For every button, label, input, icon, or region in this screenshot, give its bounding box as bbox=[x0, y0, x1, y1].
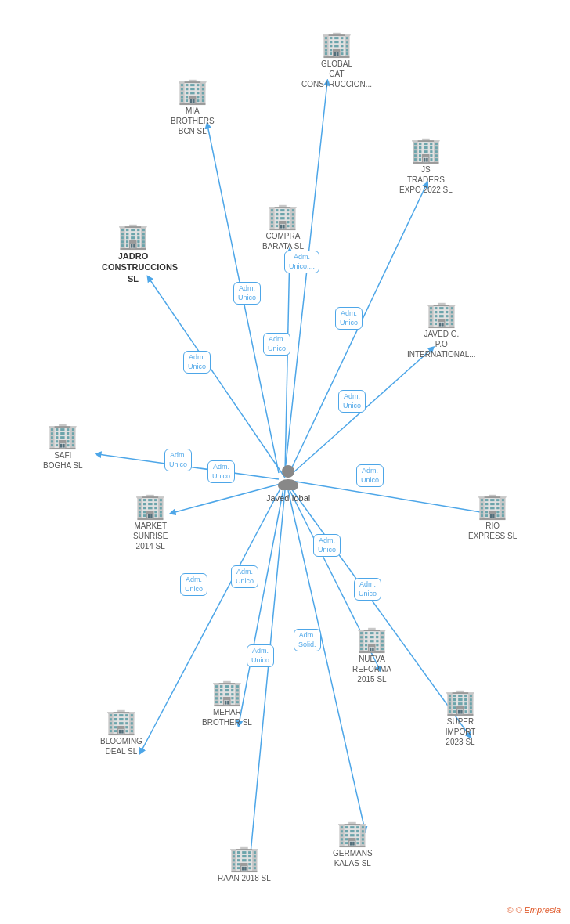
building-icon-mia: 🏢 bbox=[177, 78, 208, 103]
building-icon-global: 🏢 bbox=[321, 31, 352, 56]
badge-12: Adm.Unico bbox=[313, 534, 341, 557]
building-icon-javed: 🏢 bbox=[426, 301, 457, 327]
svg-line-0 bbox=[149, 278, 285, 478]
badge-9: Adm.Unico bbox=[356, 464, 384, 487]
building-icon-compra: 🏢 bbox=[267, 204, 298, 229]
node-jadro[interactable]: 🏢 JADROCONSTRUCCIONSSL bbox=[102, 223, 164, 284]
node-super[interactable]: 🏢 SUPERIMPORT2023 SL bbox=[445, 689, 476, 747]
network-diagram: Javed Iqbal 🏢 JADROCONSTRUCCIONSSL 🏢 MIA… bbox=[0, 0, 570, 924]
node-germans[interactable]: 🏢 GERMANSKALAS SL bbox=[333, 821, 373, 868]
node-market[interactable]: 🏢 MARKETSUNRISE2014 SL bbox=[133, 493, 168, 551]
person-icon bbox=[274, 462, 302, 490]
node-blooming[interactable]: 🏢 BLOOMINGDEAL SL bbox=[100, 709, 142, 756]
label-blooming: BLOOMINGDEAL SL bbox=[100, 736, 142, 756]
svg-point-15 bbox=[282, 465, 294, 478]
building-icon-nueva: 🏢 bbox=[356, 626, 388, 651]
building-icon-rio: 🏢 bbox=[477, 493, 508, 518]
svg-line-2 bbox=[285, 82, 327, 471]
svg-line-4 bbox=[285, 251, 290, 473]
svg-line-10 bbox=[291, 489, 470, 736]
label-jadro: JADROCONSTRUCCIONSSL bbox=[102, 251, 164, 284]
building-icon-mehar: 🏢 bbox=[211, 680, 243, 705]
label-compra: COMPRABARATA SL bbox=[262, 231, 304, 251]
badge-5: Adm.Unico bbox=[183, 351, 211, 374]
node-js[interactable]: 🏢 JSTRADERSEXPO 2022 SL bbox=[399, 137, 453, 195]
badge-14: Adm.Solid. bbox=[294, 629, 321, 651]
badge-6: Adm.Unico bbox=[338, 390, 366, 413]
building-icon-blooming: 🏢 bbox=[106, 709, 137, 734]
building-icon-super: 🏢 bbox=[445, 689, 476, 714]
center-person[interactable]: Javed Iqbal bbox=[266, 462, 310, 503]
label-global: GLOBALCATCONSTRUCCION... bbox=[301, 59, 372, 89]
badge-8: Adm.Unico bbox=[207, 460, 235, 483]
badge-13: Adm.Unico bbox=[354, 578, 381, 601]
node-nueva[interactable]: 🏢 NUEVAREFORMA2015 SL bbox=[352, 626, 391, 684]
center-person-label: Javed Iqbal bbox=[266, 493, 310, 503]
badge-7: Adm.Unico bbox=[164, 449, 192, 471]
building-icon-raan: 🏢 bbox=[229, 846, 260, 871]
building-icon-js: 🏢 bbox=[410, 137, 442, 162]
label-mehar: MEHARBROTHER SL bbox=[202, 707, 252, 727]
node-compra[interactable]: 🏢 COMPRABARATA SL bbox=[262, 204, 304, 251]
svg-line-14 bbox=[251, 490, 285, 854]
watermark-symbol: © bbox=[507, 905, 513, 915]
badge-11: Adm.Unico bbox=[231, 565, 258, 588]
badge-4: Adm.Unico bbox=[263, 333, 290, 356]
node-mia[interactable]: 🏢 MIABROTHERSBCN SL bbox=[171, 78, 215, 136]
label-javed: JAVED G.P.OINTERNATIONAL... bbox=[407, 329, 476, 359]
node-javed[interactable]: 🏢 JAVED G.P.OINTERNATIONAL... bbox=[407, 301, 476, 359]
node-mehar[interactable]: 🏢 MEHARBROTHER SL bbox=[202, 680, 252, 727]
building-icon-germans: 🏢 bbox=[337, 821, 368, 846]
badge-10: Adm.Unico bbox=[180, 573, 207, 596]
node-raan[interactable]: 🏢 RAAN 2018 SL bbox=[218, 846, 271, 883]
label-js: JSTRADERSEXPO 2022 SL bbox=[399, 164, 453, 195]
building-icon-safi: 🏢 bbox=[47, 423, 78, 448]
label-market: MARKETSUNRISE2014 SL bbox=[133, 521, 168, 551]
watermark-text: © Empresia bbox=[515, 905, 561, 915]
label-mia: MIABROTHERSBCN SL bbox=[171, 106, 215, 136]
label-nueva: NUEVAREFORMA2015 SL bbox=[352, 654, 391, 684]
badge-15: Adm.Unico bbox=[247, 644, 274, 667]
badge-2: Adm.Unico bbox=[335, 307, 363, 330]
building-icon-jadro: 🏢 bbox=[117, 223, 149, 248]
label-germans: GERMANSKALAS SL bbox=[333, 848, 373, 868]
badge-3: Adm.Unico bbox=[233, 282, 261, 305]
svg-line-8 bbox=[291, 481, 485, 513]
building-icon-market: 🏢 bbox=[135, 493, 166, 518]
label-safi: SAFIBOGHA SL bbox=[43, 450, 83, 471]
node-global[interactable]: 🏢 GLOBALCATCONSTRUCCION... bbox=[301, 31, 372, 89]
badge-1: Adm.Unico,... bbox=[284, 251, 319, 273]
node-rio[interactable]: 🏢 RIOEXPRESS SL bbox=[468, 493, 517, 541]
svg-line-7 bbox=[172, 484, 280, 513]
svg-point-16 bbox=[278, 479, 298, 490]
watermark: © © Empresia bbox=[507, 905, 561, 915]
label-raan: RAAN 2018 SL bbox=[218, 873, 271, 883]
label-rio: RIOEXPRESS SL bbox=[468, 521, 517, 541]
label-super: SUPERIMPORT2023 SL bbox=[446, 716, 476, 747]
node-safi[interactable]: 🏢 SAFIBOGHA SL bbox=[43, 423, 83, 471]
